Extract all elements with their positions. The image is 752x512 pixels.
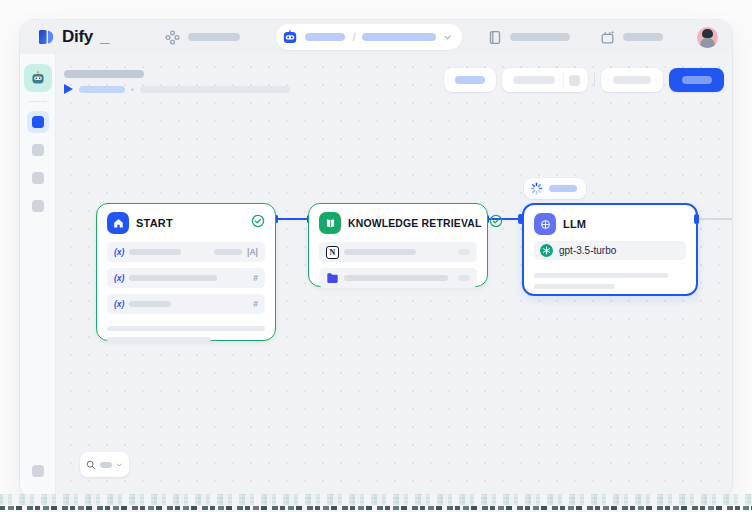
start-variable-row[interactable]: (x) # (107, 294, 265, 314)
node-description-placeholder (534, 273, 668, 278)
type-number-icon: # (253, 299, 258, 309)
workspace-name-placeholder[interactable] (188, 33, 240, 41)
variable-name-placeholder (129, 275, 217, 281)
node-description-placeholder (107, 326, 265, 331)
app-window: Dify_ / (20, 20, 732, 498)
toolbar-divider (594, 73, 595, 87)
app-breadcrumb-pill[interactable]: / (276, 24, 462, 50)
dataset-name-placeholder (344, 249, 416, 255)
breadcrumb-separator: / (352, 31, 355, 43)
sidebar-item-settings[interactable] (27, 460, 49, 482)
llm-model-icon (534, 213, 556, 235)
sidebar-item-orchestrate[interactable] (27, 111, 49, 133)
docs-label-placeholder[interactable] (510, 33, 570, 41)
dify-logo[interactable]: Dify_ (36, 27, 109, 47)
left-sidebar (20, 54, 56, 498)
canvas-toolbar (444, 68, 724, 92)
running-label-placeholder (549, 185, 577, 192)
model-name: gpt-3.5-turbo (559, 245, 616, 256)
top-header: Dify_ / (20, 20, 732, 54)
current-app-icon[interactable] (24, 64, 52, 92)
node-start[interactable]: START (x) |A| (x) (96, 203, 276, 341)
orchestrate-icon (32, 116, 44, 128)
docs-icon[interactable] (488, 30, 502, 45)
model-selector-row[interactable]: gpt-3.5-turbo (534, 241, 686, 260)
folder-icon (326, 272, 339, 284)
node-llm-title: LLM (563, 218, 686, 230)
last-run-row (64, 84, 290, 94)
dify-logo-mark (36, 27, 56, 47)
dataset-count-placeholder (458, 249, 470, 255)
preview-button[interactable] (601, 68, 663, 92)
magnifier-icon (86, 459, 96, 471)
run-label-placeholder (79, 86, 125, 93)
settings-icon (32, 465, 44, 477)
node-llm[interactable]: LLM gpt-3.5-turbo (522, 203, 698, 296)
check-success-icon (251, 214, 265, 232)
sidebar-divider (29, 101, 47, 102)
avatar-figure-body (700, 38, 715, 48)
variable-value-placeholder (214, 249, 242, 255)
sidebar-item-4-icon (32, 200, 44, 212)
avatar-figure (702, 29, 713, 38)
notion-icon: N (326, 246, 339, 259)
type-number-icon: # (253, 273, 258, 283)
workflow-canvas[interactable]: START (x) |A| (x) (56, 54, 732, 498)
sidebar-item-4[interactable] (27, 195, 49, 217)
chevron-down-icon (443, 33, 452, 42)
chevron-down-icon (116, 461, 123, 469)
run-options-icon[interactable] (569, 75, 580, 86)
screenshot-torn-edge (0, 494, 752, 512)
user-avatar[interactable] (697, 27, 718, 48)
edge-llm-outgoing[interactable] (697, 218, 732, 220)
book-open-icon (319, 212, 341, 234)
workspace-icon[interactable] (165, 30, 180, 45)
play-icon[interactable] (64, 84, 73, 94)
check-success-icon (489, 214, 503, 232)
node-start-title: START (136, 217, 244, 229)
dataset-row[interactable]: N (319, 242, 477, 262)
robot-icon (29, 69, 47, 87)
node-knowledge-title: KNOWLEDGE RETRIEVAL (348, 218, 482, 229)
plugins-label-placeholder[interactable] (623, 33, 663, 41)
node-description-placeholder (107, 337, 211, 342)
publish-button[interactable] (669, 68, 724, 92)
node-knowledge-retrieval[interactable]: KNOWLEDGE RETRIEVAL N (308, 203, 488, 287)
app-name-placeholder (305, 33, 345, 41)
node-description-placeholder (534, 284, 615, 289)
variable-icon: (x) (114, 273, 124, 283)
zoom-control[interactable] (80, 452, 129, 477)
dataset-name-placeholder (344, 275, 448, 281)
dataset-count-placeholder (458, 275, 470, 281)
run-split-button[interactable] (502, 68, 588, 92)
sidebar-item-2-icon (32, 144, 44, 156)
loading-spinner-icon (530, 182, 543, 195)
edge-start-to-knowledge[interactable] (276, 218, 309, 220)
dataset-row[interactable] (319, 268, 477, 288)
sidebar-item-3-icon (32, 172, 44, 184)
brand-cursor: _ (100, 27, 109, 47)
zoom-level-placeholder (100, 462, 112, 468)
plugins-icon[interactable] (600, 30, 615, 45)
sidebar-item-2[interactable] (27, 139, 49, 161)
openai-icon (540, 244, 553, 257)
start-variable-row[interactable]: (x) # (107, 268, 265, 288)
bot-avatar-icon (282, 29, 298, 45)
variable-name-placeholder (129, 301, 171, 307)
run-meta-placeholder (140, 86, 290, 93)
start-variable-row[interactable]: (x) |A| (107, 242, 265, 262)
workflow-name-placeholder (362, 33, 436, 41)
node-running-badge (524, 178, 586, 199)
llm-input-handle[interactable] (518, 214, 523, 224)
features-button[interactable] (444, 68, 496, 92)
sidebar-item-3[interactable] (27, 167, 49, 189)
variable-icon: (x) (114, 299, 124, 309)
variable-icon: (x) (114, 247, 124, 257)
type-string-icon: |A| (247, 247, 258, 257)
llm-output-handle[interactable] (694, 214, 699, 224)
brand-name: Dify (62, 27, 93, 47)
dot-separator (131, 88, 134, 91)
variable-name-placeholder (129, 249, 181, 255)
workflow-title-placeholder (64, 70, 144, 78)
home-icon (107, 212, 129, 234)
